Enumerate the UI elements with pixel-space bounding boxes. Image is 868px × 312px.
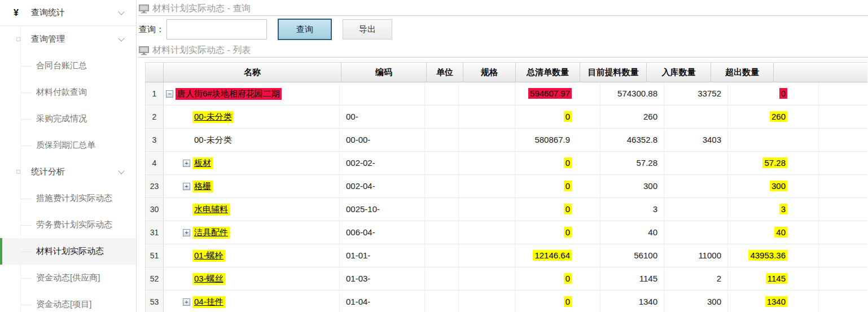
sidebar-item[interactable]: 查询管理 [0, 26, 136, 52]
cell-value: 260 [642, 111, 659, 122]
cell-value: 0 [564, 157, 572, 168]
export-button[interactable]: 导出 [343, 19, 392, 39]
tree-branch-line [20, 146, 32, 146]
table-row[interactable]: 31+洁具配件006-04-04040 [145, 221, 867, 244]
cell-value: 12146.64 [533, 250, 572, 261]
tree-node-icon [16, 170, 20, 174]
cell-inbound-qty: 33752 [664, 82, 728, 105]
sidebar-item[interactable]: 采购完成情况 [0, 106, 136, 132]
cell-total-qty: 0 [515, 152, 600, 174]
table-row[interactable]: 4+板材002-02-057.2857.28 [145, 152, 867, 175]
cell-picked-qty: 46352.8 [600, 129, 664, 151]
cell-value: 43953.36 [748, 250, 787, 261]
cell-total-qty: 594607.97 [515, 82, 600, 105]
indent-spacer [164, 140, 182, 140]
table-row[interactable]: 23+格栅002-04-0300300 [145, 175, 867, 198]
sidebar-item[interactable]: ¥查询统计 [0, 0, 136, 26]
app-window: ¥查询统计查询管理合同台账汇总材料付款查询采购完成情况质保到期汇总单统计分析措施… [0, 0, 868, 312]
name-cell: +04-挂件 [164, 291, 340, 312]
search-button[interactable]: 查询 [278, 19, 332, 40]
item-name-link[interactable]: 板材 [192, 157, 213, 169]
cell-spec [459, 152, 515, 174]
expand-icon[interactable]: + [183, 298, 190, 306]
table-header: 名称 编码 单位 规格 总清单数量 目前提料数量 入库数量 超出数量 [145, 62, 867, 82]
cell-value: 40 [774, 227, 787, 238]
cell-picked-qty: 40 [600, 221, 664, 244]
cell-picked-qty: 574300.88 [600, 82, 664, 105]
search-field-label: 查询： [139, 24, 164, 35]
sidebar-item[interactable]: 资金动态[项目] [0, 291, 136, 312]
collapse-icon[interactable]: − [166, 90, 173, 98]
column-header-excess-qty: 超出数量 [711, 63, 774, 82]
list-title: 材料计划实际动态 - 列表 [152, 45, 251, 56]
cell-unit [425, 198, 459, 221]
sidebar-item-label: 统计分析 [31, 166, 65, 177]
row-number: 52 [146, 267, 164, 290]
cell-inbound-qty: 3403 [664, 129, 728, 151]
cell-total-qty: 0 [515, 198, 600, 221]
cell-unit [425, 82, 459, 105]
tree-branch-line [20, 119, 32, 120]
cell-excess-qty: 300 [728, 175, 819, 197]
item-name-link[interactable]: 水电辅料 [192, 204, 230, 216]
item-name-link[interactable]: 03-螺丝 [192, 273, 225, 285]
chevron-down-icon [118, 8, 124, 15]
cell-value: 2 [715, 273, 723, 284]
cell-code: 006-04- [340, 221, 425, 244]
sidebar-item-label: 劳务费计划实际动态 [36, 219, 112, 230]
column-header-code: 编码 [341, 63, 427, 82]
item-name-link[interactable]: 04-挂件 [192, 296, 225, 308]
expand-icon[interactable]: + [183, 229, 190, 236]
cell-excess-qty: 260 [728, 106, 819, 128]
tree-branch-line [20, 225, 32, 226]
cell-excess-qty: 40 [728, 221, 819, 244]
sidebar-item[interactable]: 统计分析 [0, 159, 136, 185]
cell-code: 01-01- [340, 244, 425, 267]
table-body: 1−唐人街6#块地相府花园二期594607.97574300.883375202… [145, 82, 867, 312]
tree-branch-line [20, 93, 32, 93]
sidebar-item[interactable]: 劳务费计划实际动态 [0, 212, 136, 238]
item-name-link[interactable]: 洁具配件 [192, 227, 230, 239]
sidebar-item[interactable]: 资金动态[供应商] [0, 265, 136, 291]
item-name-link[interactable]: 01-螺栓 [192, 250, 225, 262]
cell-spec [459, 244, 515, 267]
cell-code: 00- [340, 106, 425, 128]
sidebar-item-label: 查询统计 [31, 7, 65, 18]
cell-code: 01-04- [340, 291, 425, 312]
cell-value: 1340 [765, 296, 787, 307]
table-row[interactable]: 53+04-挂件01-04-013403001340 [145, 291, 867, 312]
table-row[interactable]: 1−唐人街6#块地相府花园二期594607.97574300.88337520 [145, 82, 867, 106]
cell-value: 0 [779, 88, 787, 99]
cell-unit [425, 221, 459, 244]
table-row[interactable]: 5101-螺栓01-01-12146.64561001100043953.36 [145, 244, 867, 267]
table-row[interactable]: 5203-螺丝01-03-0114521145 [145, 267, 867, 291]
expand-icon[interactable]: + [183, 160, 190, 167]
row-number: 4 [146, 152, 164, 174]
search-input[interactable] [166, 19, 267, 39]
cell-value: 0 [564, 296, 572, 307]
cell-code: 002-04- [340, 175, 425, 197]
item-name-link[interactable]: 格栅 [192, 181, 213, 192]
table-row[interactable]: 30水电辅料0025-10-033 [145, 198, 867, 221]
table-row[interactable]: 200-未分类00-0260260 [145, 106, 867, 129]
cell-picked-qty: 1145 [600, 267, 664, 290]
item-name-link: 00-未分类 [192, 134, 234, 146]
table-row[interactable]: 300-未分类00-00-580867.946352.83403 [145, 129, 867, 152]
cell-excess-qty: 3 [728, 198, 819, 221]
item-name-link[interactable]: 唐人街6#块地相府花园二期 [176, 88, 282, 100]
sidebar-item[interactable]: 合同台账汇总 [0, 52, 136, 79]
sidebar-item[interactable]: 材料计划实际动态 [0, 238, 136, 265]
expand-icon[interactable]: + [183, 183, 190, 190]
cell-unit [425, 129, 459, 151]
cell-spec [459, 82, 515, 105]
name-cell: +板材 [164, 152, 340, 174]
sidebar-item[interactable]: 材料付款查询 [0, 79, 136, 106]
cell-code: 00-00- [340, 129, 425, 151]
cell-value: 56100 [632, 250, 659, 261]
sidebar-item[interactable]: 质保到期汇总单 [0, 132, 136, 159]
yen-currency-icon: ¥ [14, 8, 19, 18]
item-name-link[interactable]: 00-未分类 [192, 111, 234, 123]
cell-spec [459, 129, 515, 151]
name-cell: 03-螺丝 [164, 267, 340, 290]
sidebar-item[interactable]: 措施费计划实际动态 [0, 185, 136, 212]
